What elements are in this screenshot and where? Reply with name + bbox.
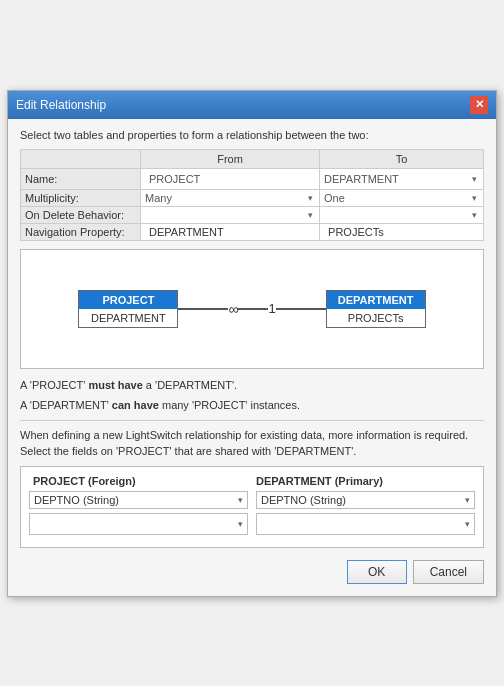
- description-text: Select two tables and properties to form…: [20, 129, 484, 141]
- right-entity-body: PROJECTs: [327, 309, 425, 327]
- name-row: Name: PROJECT DEPARTMENT: [21, 168, 484, 189]
- name-from-value: PROJECT: [145, 171, 315, 187]
- multiplicity-from-wrapper[interactable]: Many: [145, 192, 315, 204]
- close-button[interactable]: ✕: [470, 96, 488, 114]
- nav-to-value: PROJECTs: [324, 224, 388, 240]
- fields-table-area: PROJECT (Foreign) DEPARTMENT (Primary) D…: [20, 466, 484, 548]
- left-entity-header: PROJECT: [79, 291, 177, 309]
- cancel-button[interactable]: Cancel: [413, 560, 484, 584]
- right-entity-header: DEPARTMENT: [327, 291, 425, 309]
- right-entity: DEPARTMENT PROJECTs: [326, 290, 426, 328]
- middle-line: [238, 308, 268, 310]
- separator: [20, 420, 484, 421]
- multiplicity-from-cell: Many: [141, 189, 320, 206]
- one-symbol: 1: [268, 301, 275, 316]
- col-header-to: To: [320, 149, 484, 168]
- multiplicity-label: Multiplicity:: [21, 189, 141, 206]
- on-delete-from-select[interactable]: [145, 209, 315, 221]
- on-delete-row: On Delete Behavior:: [21, 206, 484, 223]
- nav-property-row: Navigation Property: DEPARTMENT PROJECTs: [21, 223, 484, 240]
- nav-property-from-cell: DEPARTMENT: [141, 223, 320, 240]
- field-row-1: DEPTNO (String) ▾ DEPTNO (String) ▾: [29, 491, 475, 509]
- dialog-title: Edit Relationship: [16, 98, 106, 112]
- info-line-2: A 'DEPARTMENT' can have many 'PROJECT' i…: [20, 397, 484, 414]
- col-header-from: From: [141, 149, 320, 168]
- on-delete-to-cell: [320, 206, 484, 223]
- button-row: OK Cancel: [20, 556, 484, 586]
- field-right-2-arrow: ▾: [465, 519, 470, 529]
- field-left-2[interactable]: ▾: [29, 513, 248, 535]
- dialog-body: Select two tables and properties to form…: [8, 119, 496, 596]
- multiplicity-from-select[interactable]: Many: [145, 192, 315, 204]
- on-delete-label: On Delete Behavior:: [21, 206, 141, 223]
- name-to-cell: DEPARTMENT: [320, 168, 484, 189]
- fields-header: PROJECT (Foreign) DEPARTMENT (Primary): [29, 475, 475, 487]
- fields-col1-header: PROJECT (Foreign): [29, 475, 252, 487]
- ok-button[interactable]: OK: [347, 560, 407, 584]
- nav-property-to-cell: PROJECTs: [320, 223, 484, 240]
- diagram-area: PROJECT DEPARTMENT ∞ 1 DEPARTMENT PROJEC…: [20, 249, 484, 369]
- on-delete-from-cell: [141, 206, 320, 223]
- left-entity-body: DEPARTMENT: [79, 309, 177, 327]
- left-entity: PROJECT DEPARTMENT: [78, 290, 178, 328]
- title-bar: Edit Relationship ✕: [8, 91, 496, 119]
- nav-property-label: Navigation Property:: [21, 223, 141, 240]
- col-header-empty: [21, 149, 141, 168]
- on-delete-to-select[interactable]: [324, 209, 479, 221]
- form-table: From To Name: PROJECT DEPARTMENT: [20, 149, 484, 241]
- name-to-select-wrapper[interactable]: DEPARTMENT: [324, 173, 479, 185]
- multiplicity-to-wrapper[interactable]: One: [324, 192, 479, 204]
- field-left-1-arrow: ▾: [238, 495, 243, 505]
- field-right-1-arrow: ▾: [465, 495, 470, 505]
- field-right-1[interactable]: DEPTNO (String) ▾: [256, 491, 475, 509]
- info-line-1: A 'PROJECT' must have a 'DEPARTMENT'.: [20, 377, 484, 394]
- field-right-1-value: DEPTNO (String): [261, 494, 346, 506]
- nav-from-value: DEPARTMENT: [145, 224, 228, 240]
- field-left-2-arrow: ▾: [238, 519, 243, 529]
- field-row-2: ▾ ▾: [29, 513, 475, 535]
- left-line: [178, 308, 228, 310]
- connector: ∞ 1: [178, 301, 325, 317]
- on-delete-from-wrapper[interactable]: [145, 209, 315, 221]
- name-label: Name:: [21, 168, 141, 189]
- field-right-2[interactable]: ▾: [256, 513, 475, 535]
- name-to-select[interactable]: DEPARTMENT: [324, 173, 479, 185]
- infinity-symbol: ∞: [228, 301, 238, 317]
- field-left-1[interactable]: DEPTNO (String) ▾: [29, 491, 248, 509]
- key-fields-desc: When defining a new LightSwitch relation…: [20, 427, 484, 460]
- multiplicity-to-cell: One: [320, 189, 484, 206]
- diagram-container: PROJECT DEPARTMENT ∞ 1 DEPARTMENT PROJEC…: [78, 290, 425, 328]
- edit-relationship-dialog: Edit Relationship ✕ Select two tables an…: [7, 90, 497, 597]
- right-line: [276, 308, 326, 310]
- on-delete-to-wrapper[interactable]: [324, 209, 479, 221]
- multiplicity-to-select[interactable]: One: [324, 192, 479, 204]
- field-left-1-value: DEPTNO (String): [34, 494, 119, 506]
- multiplicity-row: Multiplicity: Many One: [21, 189, 484, 206]
- name-from-cell: PROJECT: [141, 168, 320, 189]
- fields-col2-header: DEPARTMENT (Primary): [252, 475, 475, 487]
